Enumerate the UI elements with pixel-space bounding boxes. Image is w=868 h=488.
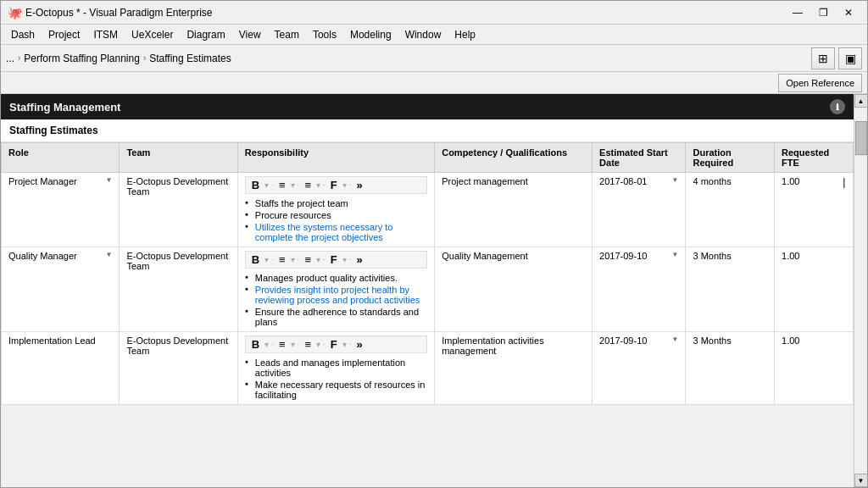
scroll-down-arrow[interactable]: ▼ xyxy=(854,474,868,487)
staffing-table: Role Team Responsibility Competency / Qu… xyxy=(1,142,854,405)
close-button[interactable]: ✕ xyxy=(837,3,860,22)
row3-bullet-1: Leads and manages implementation activit… xyxy=(245,357,427,379)
row1-dur-cell[interactable]: 4 months xyxy=(686,173,775,247)
indent-btn-3[interactable]: ≡ xyxy=(302,338,314,351)
row2-dur-label: 3 Months xyxy=(693,251,731,261)
row2-dur-cell[interactable]: 3 Months xyxy=(686,247,775,332)
row1-comp-cell[interactable]: Project management xyxy=(435,173,593,247)
more-btn-3[interactable]: » xyxy=(354,338,365,351)
staffing-estimates-label: Staffing Estimates xyxy=(1,119,854,142)
icon-btn-view[interactable]: ▣ xyxy=(838,47,862,69)
table-header-row: Role Team Responsibility Competency / Qu… xyxy=(2,143,854,173)
row1-resp-list: Staffs the project team Procure resource… xyxy=(245,197,427,243)
col-header-duration: Duration Required xyxy=(686,143,775,173)
restore-button[interactable]: ❐ xyxy=(811,3,835,22)
menu-help[interactable]: Help xyxy=(448,25,482,44)
row2-start-label: 2017-09-10 xyxy=(599,251,647,261)
breadcrumb-staffing-estimates[interactable]: Staffing Estimates xyxy=(149,53,231,64)
bold-btn-3[interactable]: B xyxy=(249,338,262,351)
row3-start-content: 2017-09-10 ▼ xyxy=(599,336,678,346)
align-btn-2[interactable]: ≡ xyxy=(276,253,288,266)
row3-fte-cell[interactable]: 1.00 xyxy=(775,332,854,405)
col-header-start-date: Estimated Start Date xyxy=(593,143,686,173)
row1-resp-cell[interactable]: B ▾ · ≡ ▾ · ≡ ▾ · F xyxy=(237,173,434,247)
table-row: Implementation Lead E-Octopus Developmen… xyxy=(2,332,854,405)
bold-btn-1[interactable]: B xyxy=(249,179,262,191)
menu-view[interactable]: View xyxy=(232,25,268,44)
row1-fte-cell[interactable]: 1.00 I xyxy=(775,173,854,247)
row3-fte-label: 1.00 xyxy=(782,336,799,346)
row2-role-dropdown[interactable]: ▼ xyxy=(106,251,113,258)
row1-dur-label: 4 months xyxy=(693,176,731,186)
menu-window[interactable]: Window xyxy=(398,25,448,44)
font-btn-3[interactable]: F xyxy=(328,338,340,351)
row1-comp-label: Project management xyxy=(442,176,528,186)
menu-modeling[interactable]: Modeling xyxy=(343,25,398,44)
breadcrumb-more[interactable]: ... xyxy=(6,53,14,64)
section-title: Staffing Management xyxy=(9,101,120,114)
table-row: Project Manager ▼ E-Octopus Development … xyxy=(2,173,854,247)
toolbar-area: ... › Perform Staffing Planning › Staffi… xyxy=(1,45,867,72)
row1-team-cell[interactable]: E-Octopus Development Team xyxy=(120,173,237,247)
indent-btn-2[interactable]: ≡ xyxy=(302,253,314,266)
open-reference-button[interactable]: Open Reference xyxy=(778,74,862,92)
menu-team[interactable]: Team xyxy=(268,25,306,44)
more-btn-2[interactable]: » xyxy=(354,253,365,266)
more-btn-1[interactable]: » xyxy=(354,179,365,191)
bold-btn-2[interactable]: B xyxy=(249,253,262,266)
icon-btn-grid[interactable]: ⊞ xyxy=(811,47,835,69)
menu-diagram[interactable]: Diagram xyxy=(180,25,231,44)
row3-dur-label: 3 Months xyxy=(693,336,731,346)
row2-fte-cell[interactable]: 1.00 xyxy=(775,247,854,332)
scroll-up-arrow[interactable]: ▲ xyxy=(854,94,868,108)
table-wrapper[interactable]: Role Team Responsibility Competency / Qu… xyxy=(1,142,854,487)
scroll-thumb[interactable] xyxy=(855,121,867,155)
indent-btn-1[interactable]: ≡ xyxy=(302,179,314,191)
row3-start-dropdown[interactable]: ▼ xyxy=(672,336,679,343)
font-btn-2[interactable]: F xyxy=(328,253,340,266)
row2-resp-list: Manages product quality activities. Prov… xyxy=(245,272,427,328)
breadcrumb-staffing-planning[interactable]: Perform Staffing Planning xyxy=(24,53,140,64)
row3-team-cell[interactable]: E-Octopus Development Team xyxy=(120,332,237,405)
menu-itsm[interactable]: ITSM xyxy=(86,25,125,44)
row3-start-cell[interactable]: 2017-09-10 ▼ xyxy=(593,332,686,405)
row2-start-cell[interactable]: 2017-09-10 ▼ xyxy=(593,247,686,332)
row1-role-cell[interactable]: Project Manager ▼ xyxy=(2,173,120,247)
col-header-fte: Requested FTE xyxy=(775,143,854,173)
menu-project[interactable]: Project xyxy=(42,25,86,44)
row2-role-cell[interactable]: Quality Manager ▼ xyxy=(2,247,120,332)
row3-resp-list: Leads and manages implementation activit… xyxy=(245,357,427,401)
row1-role-dropdown[interactable]: ▼ xyxy=(106,176,113,184)
row2-comp-label: Quality Management xyxy=(442,251,528,261)
row2-comp-cell[interactable]: Quality Management xyxy=(435,247,593,332)
row1-bullet-1: Staffs the project team xyxy=(245,197,427,209)
align-btn-3[interactable]: ≡ xyxy=(276,338,288,351)
row1-start-cell[interactable]: 2017-08-01 ▼ xyxy=(593,173,686,247)
toolbar-right: ⊞ ▣ xyxy=(811,47,862,69)
vertical-scrollbar[interactable]: ▲ ▼ xyxy=(854,94,867,487)
align-btn-1[interactable]: ≡ xyxy=(276,179,288,191)
row3-comp-cell[interactable]: Implementation activities management xyxy=(435,332,593,405)
menu-dash[interactable]: Dash xyxy=(4,25,42,44)
row2-team-cell[interactable]: E-Octopus Development Team xyxy=(120,247,237,332)
row2-resp-cell[interactable]: B ▾ · ≡ ▾ · ≡ ▾ · F xyxy=(237,247,434,332)
row2-team-label: E-Octopus Development Team xyxy=(126,251,228,271)
menu-tools[interactable]: Tools xyxy=(306,25,343,44)
row3-role-cell[interactable]: Implementation Lead xyxy=(2,332,120,405)
row1-start-dropdown[interactable]: ▼ xyxy=(672,176,679,184)
row2-bullet-1: Manages product quality activities. xyxy=(245,272,427,284)
title-bar: 🐙 E-Octopus * - Visual Paradigm Enterpri… xyxy=(1,1,867,25)
row2-fte-label: 1.00 xyxy=(782,251,799,261)
row3-resp-cell[interactable]: B ▾ · ≡ ▾ · ≡ ▾ · F xyxy=(237,332,434,405)
row3-dur-cell[interactable]: 3 Months xyxy=(686,332,775,405)
row1-fte-content: 1.00 I xyxy=(782,176,846,191)
font-btn-1[interactable]: F xyxy=(328,179,340,191)
row3-comp-label: Implementation activities management xyxy=(442,336,543,356)
menu-uexceler[interactable]: UeXceler xyxy=(125,25,180,44)
info-icon[interactable]: ℹ xyxy=(830,99,845,114)
row3-role-label: Implementation Lead xyxy=(8,336,96,346)
row3-editor-toolbar: B ▾ · ≡ ▾ · ≡ ▾ · F xyxy=(245,336,427,353)
row2-start-dropdown[interactable]: ▼ xyxy=(672,251,679,258)
table-row: Quality Manager ▼ E-Octopus Development … xyxy=(2,247,854,332)
minimize-button[interactable]: — xyxy=(786,3,810,22)
